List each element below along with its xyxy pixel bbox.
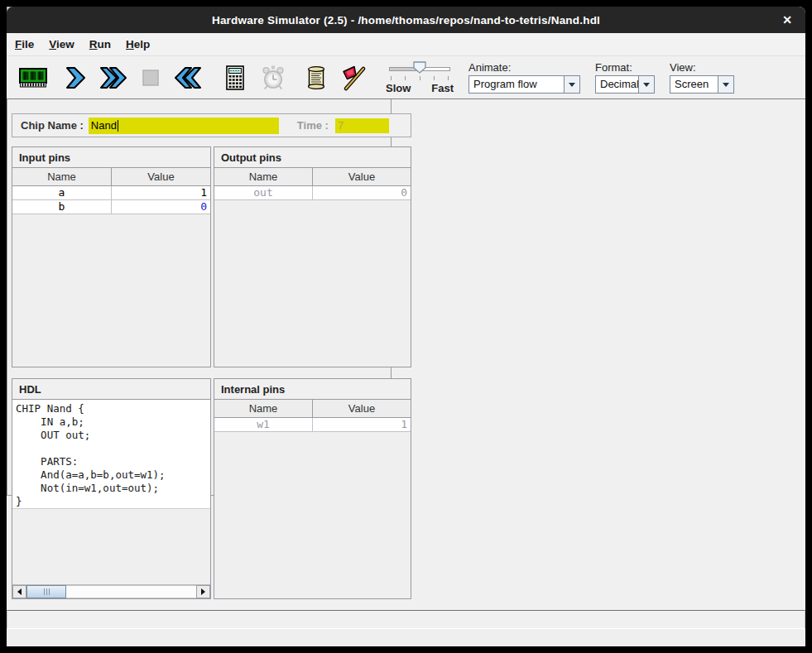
chip-name-value: Nand	[91, 119, 117, 132]
fast-forward-icon	[98, 64, 127, 92]
pin-name-cell: a	[12, 185, 112, 199]
time-field: 7	[335, 118, 389, 133]
chevron-down-icon[interactable]	[718, 76, 733, 93]
pin-name-cell: out	[214, 185, 313, 199]
column-header-value: Value	[313, 168, 411, 185]
stop-button[interactable]	[132, 60, 169, 96]
hdl-code-area[interactable]: CHIP Nand { IN a,b; OUT out; PARTS: And(…	[12, 400, 210, 509]
output-pins-panel: Output pins Name Value out 0	[214, 146, 411, 367]
scrollbar-track[interactable]	[26, 585, 196, 598]
rewind-icon	[175, 64, 203, 92]
window-title: Hardware Simulator (2.5) - /home/thomas/…	[212, 14, 600, 26]
script-button[interactable]	[298, 60, 334, 96]
format-value: Decimal	[596, 76, 638, 93]
hdl-panel: HDL CHIP Nand { IN a,b; OUT out; PARTS: …	[12, 378, 211, 599]
chevron-down-icon[interactable]	[564, 76, 579, 93]
pin-value-cell: 1	[313, 417, 411, 431]
breakpoints-button[interactable]	[336, 60, 372, 96]
animate-value: Program flow	[469, 76, 564, 93]
chip-name-bar: Chip Name : Nand Time : 7	[12, 113, 411, 137]
time-value: 7	[338, 119, 344, 132]
code-line: Not(in=w1,out=out);	[16, 482, 210, 495]
code-line: And(a=a,b=b,out=w1);	[16, 468, 210, 482]
input-pins-title: Input pins	[12, 147, 210, 168]
format-label: Format:	[595, 61, 655, 74]
flag-icon	[340, 64, 368, 92]
toolbar: Slow Fast Animate: Program flow Format: …	[7, 56, 805, 99]
footer-strip	[7, 630, 805, 646]
memory-chip-icon	[18, 64, 48, 92]
view-group: View: Screen	[670, 61, 734, 94]
pin-name-cell: w1	[214, 417, 313, 431]
screen-frame: Hardware Simulator (2.5) - /home/thomas/…	[0, 0, 812, 653]
single-step-button[interactable]	[56, 60, 93, 96]
format-select[interactable]: Decimal	[595, 75, 655, 94]
table-row: out 0	[214, 185, 411, 199]
table-row: b 0	[12, 199, 210, 214]
input-pins-table: Name Value a 1 b 0	[12, 168, 210, 214]
reset-button[interactable]	[171, 60, 207, 96]
status-message-bar	[7, 610, 805, 629]
clock-button[interactable]	[255, 60, 291, 96]
animate-select[interactable]: Program flow	[468, 75, 580, 94]
column-header-value: Value	[313, 400, 411, 417]
code-line: }	[16, 495, 210, 508]
menu-view[interactable]: View	[49, 38, 74, 50]
hdl-title: HDL	[12, 379, 210, 400]
chevron-down-icon[interactable]	[638, 76, 654, 93]
scroll-icon	[302, 64, 330, 92]
alarm-clock-icon	[259, 64, 287, 92]
column-header-name: Name	[214, 400, 313, 417]
code-line: OUT out;	[16, 429, 210, 442]
view-select[interactable]: Screen	[670, 75, 734, 94]
input-pins-panel: Input pins Name Value a 1 b 0	[12, 146, 211, 367]
chip-name-input[interactable]: Nand	[89, 118, 279, 134]
app-window: Hardware Simulator (2.5) - /home/thomas/…	[7, 7, 805, 646]
menu-bar: File View Run Help	[7, 33, 805, 56]
step-forward-icon	[60, 64, 89, 92]
text-caret	[118, 120, 118, 132]
speed-slider[interactable]: Slow Fast	[386, 60, 454, 96]
title-bar: Hardware Simulator (2.5) - /home/thomas/…	[7, 7, 805, 33]
close-icon[interactable]: ✕	[782, 13, 792, 26]
table-row: w1 1	[214, 417, 411, 431]
animate-group: Animate: Program flow	[468, 61, 580, 94]
scrollbar-thumb[interactable]	[26, 585, 66, 598]
code-line: IN a,b;	[16, 415, 210, 429]
format-group: Format: Decimal	[595, 61, 655, 94]
hdl-horizontal-scrollbar[interactable]	[12, 584, 210, 598]
scroll-left-arrow-icon[interactable]	[12, 585, 26, 598]
menu-run[interactable]: Run	[89, 38, 111, 50]
pin-value-cell[interactable]: 1	[112, 185, 211, 199]
menu-file[interactable]: File	[15, 38, 34, 50]
internal-pins-title: Internal pins	[214, 379, 411, 400]
internal-pins-table: Name Value w1 1	[214, 400, 411, 432]
internal-pins-panel: Internal pins Name Value w1 1	[214, 378, 411, 599]
output-pins-table: Name Value out 0	[214, 168, 411, 200]
pin-value-cell: 0	[313, 185, 411, 199]
view-value: Screen	[670, 76, 718, 93]
menu-help[interactable]: Help	[126, 38, 150, 50]
animate-label: Animate:	[468, 61, 580, 74]
slider-fast-label: Fast	[431, 82, 454, 94]
slider-slow-label: Slow	[386, 82, 411, 94]
stop-square-icon	[137, 64, 165, 92]
code-line: CHIP Nand {	[16, 402, 210, 415]
code-line	[16, 442, 210, 455]
time-label: Time :	[297, 119, 329, 132]
scroll-right-arrow-icon[interactable]	[196, 585, 210, 598]
calculator-icon	[221, 64, 249, 92]
slider-thumb[interactable]	[413, 61, 426, 77]
slider-ticks	[391, 76, 449, 80]
calculator-button[interactable]	[217, 60, 253, 96]
code-line: PARTS:	[16, 455, 210, 468]
output-pins-title: Output pins	[214, 147, 411, 168]
column-header-name: Name	[12, 168, 112, 185]
column-header-name: Name	[214, 168, 313, 185]
pin-name-cell: b	[12, 199, 112, 214]
table-row: a 1	[12, 185, 210, 199]
run-button[interactable]	[94, 60, 131, 96]
column-header-value: Value	[112, 168, 211, 185]
load-chip-button[interactable]	[15, 60, 51, 96]
pin-value-cell[interactable]: 0	[112, 199, 211, 214]
